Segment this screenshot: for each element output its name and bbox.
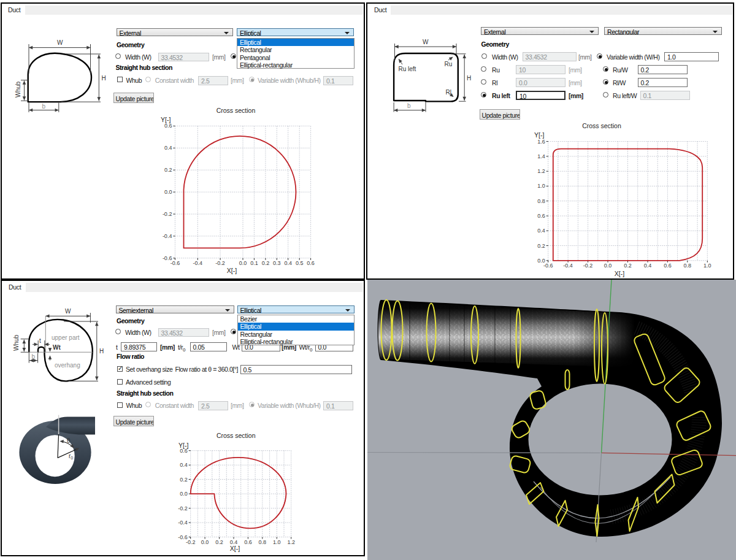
svg-text:0.0: 0.0 (201, 539, 209, 545)
svg-text:0.1: 0.1 (250, 260, 258, 266)
svg-text:1.0: 1.0 (273, 539, 281, 545)
svg-text:-0.2: -0.2 (186, 539, 196, 545)
svg-text:0.2: 0.2 (624, 263, 632, 269)
svg-text:-0.2: -0.2 (215, 260, 225, 266)
svg-text:0.0: 0.0 (604, 263, 612, 269)
svg-text:X[-]: X[-] (227, 267, 237, 274)
svg-text:0.6: 0.6 (244, 539, 252, 545)
svg-text:-0.4: -0.4 (193, 260, 203, 266)
svg-text:0.3: 0.3 (273, 260, 281, 266)
svg-text:-0.6: -0.6 (163, 255, 172, 261)
svg-text:Y[-]: Y[-] (178, 442, 188, 449)
svg-text:Y[-]: Y[-] (534, 131, 544, 139)
svg-text:1.6: 1.6 (537, 139, 545, 145)
svg-text:0.6: 0.6 (537, 213, 545, 219)
svg-text:-0.4: -0.4 (178, 520, 188, 526)
svg-text:0.6: 0.6 (164, 123, 172, 129)
svg-text:0.8: 0.8 (684, 263, 692, 269)
svg-text:-0.2: -0.2 (178, 505, 188, 512)
svg-text:0.4: 0.4 (537, 228, 545, 234)
svg-text:1.2: 1.2 (287, 539, 295, 545)
svg-text:0.2: 0.2 (215, 539, 223, 545)
svg-text:0.5: 0.5 (296, 260, 304, 266)
svg-text:Cross section: Cross section (217, 107, 256, 114)
svg-text:0.4: 0.4 (644, 263, 652, 269)
svg-text:0.4: 0.4 (284, 260, 292, 266)
svg-text:0.0: 0.0 (180, 491, 188, 497)
svg-text:1.2: 1.2 (537, 168, 545, 174)
svg-text:0.0: 0.0 (537, 258, 545, 264)
svg-text:X[-]: X[-] (615, 270, 624, 277)
svg-text:1.0: 1.0 (703, 263, 711, 269)
svg-text:0.2: 0.2 (164, 167, 172, 173)
svg-text:0.0: 0.0 (164, 189, 172, 195)
svg-text:0.8: 0.8 (537, 198, 545, 204)
svg-text:X[-]: X[-] (230, 545, 240, 552)
svg-text:0.2: 0.2 (262, 260, 270, 266)
svg-text:0.6: 0.6 (307, 260, 315, 266)
svg-text:0.8: 0.8 (259, 539, 267, 545)
svg-text:0.6: 0.6 (664, 263, 672, 269)
svg-text:Cross section: Cross section (582, 122, 621, 129)
svg-text:0.4: 0.4 (180, 462, 188, 468)
svg-text:Y[-]: Y[-] (161, 116, 171, 123)
svg-text:Cross section: Cross section (217, 432, 256, 439)
svg-text:0.2: 0.2 (537, 243, 545, 249)
svg-text:1.0: 1.0 (537, 183, 545, 189)
svg-text:-0.4: -0.4 (563, 263, 573, 269)
svg-text:-0.6: -0.6 (178, 534, 188, 540)
svg-text:-0.2: -0.2 (163, 211, 172, 217)
svg-text:0.0: 0.0 (239, 260, 247, 266)
svg-text:-0.2: -0.2 (583, 263, 593, 269)
svg-text:-0.4: -0.4 (163, 233, 172, 239)
svg-text:1.4: 1.4 (537, 153, 545, 159)
svg-text:0.4: 0.4 (164, 145, 172, 151)
svg-text:0.2: 0.2 (180, 477, 188, 483)
